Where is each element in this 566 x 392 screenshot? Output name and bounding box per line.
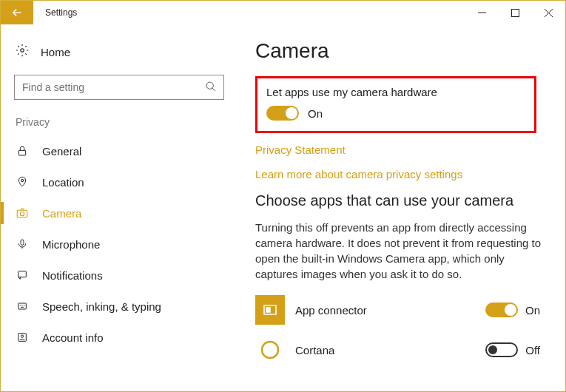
home-label: Home xyxy=(41,46,70,58)
sidebar-item-notifications[interactable]: Notifications xyxy=(1,260,237,291)
main-panel: Camera Let apps use my camera hardware O… xyxy=(237,24,565,391)
camera-icon xyxy=(16,206,29,220)
app-connector-state: On xyxy=(525,304,540,317)
cortana-toggle[interactable] xyxy=(485,342,518,357)
sidebar-item-speech[interactable]: Speech, inking, & typing xyxy=(1,291,237,322)
svg-point-14 xyxy=(262,342,278,358)
app-name: Cortana xyxy=(295,344,475,356)
svg-rect-13 xyxy=(266,308,270,312)
cortana-state: Off xyxy=(525,344,540,356)
close-button[interactable] xyxy=(532,1,565,24)
window-title: Settings xyxy=(45,7,77,18)
sidebar-item-camera[interactable]: Camera xyxy=(1,197,237,229)
svg-point-6 xyxy=(20,212,24,216)
lock-icon xyxy=(16,144,29,158)
speech-icon xyxy=(16,300,29,313)
sidebar-item-microphone[interactable]: Microphone xyxy=(1,229,237,260)
sidebar-item-label: Notifications xyxy=(42,269,103,282)
cortana-icon xyxy=(255,335,285,365)
app-row: App connector On xyxy=(255,295,545,325)
sidebar-item-label: Location xyxy=(42,176,84,189)
search-input[interactable] xyxy=(14,75,224,100)
svg-rect-8 xyxy=(18,271,27,277)
arrow-left-icon xyxy=(10,6,24,19)
svg-rect-7 xyxy=(21,240,24,245)
svg-point-2 xyxy=(206,82,213,89)
choose-apps-heading: Choose apps that can use your camera xyxy=(255,192,545,209)
svg-rect-9 xyxy=(18,303,27,309)
account-icon xyxy=(16,331,29,344)
sidebar-item-account[interactable]: Account info xyxy=(1,322,237,353)
allow-apps-label: Let apps use my camera hardware xyxy=(266,86,525,98)
home-nav[interactable]: Home xyxy=(1,38,237,66)
microphone-icon xyxy=(16,237,29,251)
back-button[interactable] xyxy=(1,1,33,24)
app-connector-icon xyxy=(255,295,285,325)
svg-rect-5 xyxy=(17,210,27,217)
privacy-statement-link[interactable]: Privacy Statement xyxy=(255,143,545,156)
svg-point-11 xyxy=(21,335,23,337)
gear-icon xyxy=(16,44,29,60)
sidebar-item-location[interactable]: Location xyxy=(1,166,237,197)
svg-rect-3 xyxy=(18,150,25,155)
sidebar-item-label: Microphone xyxy=(42,238,100,251)
minimize-button[interactable] xyxy=(465,1,499,24)
highlight-box: Let apps use my camera hardware On xyxy=(255,76,536,133)
sidebar-item-label: Account info xyxy=(42,331,104,344)
allow-apps-state: On xyxy=(308,107,323,120)
app-name: App connector xyxy=(295,304,475,317)
sidebar-item-general[interactable]: General xyxy=(1,135,237,166)
allow-apps-toggle[interactable] xyxy=(266,106,299,121)
search-icon xyxy=(205,81,217,95)
sidebar-item-label: Camera xyxy=(42,207,81,220)
maximize-button[interactable] xyxy=(499,1,532,24)
section-label: Privacy xyxy=(1,116,237,135)
app-row: Cortana Off xyxy=(255,335,545,365)
learn-more-link[interactable]: Learn more about camera privacy settings xyxy=(255,168,545,180)
svg-rect-0 xyxy=(512,9,519,16)
choose-apps-description: Turning this off prevents an app from di… xyxy=(255,220,544,282)
notifications-icon xyxy=(16,268,29,282)
sidebar-item-label: General xyxy=(42,145,81,158)
svg-point-4 xyxy=(21,179,23,181)
sidebar-item-label: Speech, inking, & typing xyxy=(42,300,161,313)
svg-point-1 xyxy=(21,49,24,53)
page-title: Camera xyxy=(255,39,545,63)
sidebar: Home Privacy General Location Camera Mic… xyxy=(1,24,237,391)
app-connector-toggle[interactable] xyxy=(485,303,518,317)
location-icon xyxy=(16,175,29,189)
